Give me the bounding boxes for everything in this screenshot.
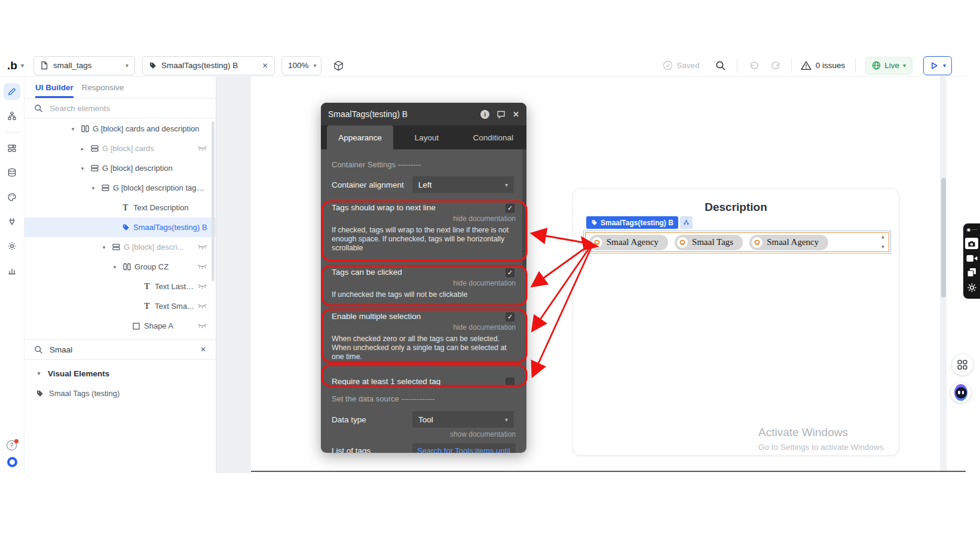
checkbox-enable-multiple-selection[interactable] bbox=[506, 312, 514, 321]
scroll-up-icon[interactable]: ▲ bbox=[881, 235, 886, 240]
container-alignment-dropdown[interactable]: Left ▾ bbox=[412, 176, 514, 193]
rail-styles[interactable] bbox=[4, 189, 20, 206]
text-icon: T bbox=[142, 302, 152, 311]
tag-pill-smaal-agency[interactable]: Smaal Agency bbox=[749, 235, 828, 250]
checkbox-tags-can-be-clicked[interactable] bbox=[506, 268, 514, 277]
rail-plugins[interactable] bbox=[4, 213, 20, 230]
tree-item-g-block-description-tags[interactable]: ▾G [block] description tags ... bbox=[24, 178, 216, 198]
recorder-logo[interactable]: ◉⋯ bbox=[967, 226, 977, 232]
scroll-down-icon[interactable]: ▼ bbox=[881, 245, 886, 250]
eye-closed-icon[interactable] bbox=[197, 263, 207, 270]
copy-button[interactable] bbox=[967, 268, 976, 277]
undo-icon[interactable] bbox=[748, 60, 758, 70]
community-icon[interactable] bbox=[7, 457, 17, 467]
eye-closed-icon[interactable] bbox=[197, 145, 207, 152]
watermark-line2: Go to Settings to activate Windows. bbox=[758, 443, 886, 452]
apps-grid-button[interactable] bbox=[952, 354, 973, 375]
caret-down-icon[interactable]: ▾ bbox=[111, 264, 119, 270]
eye-closed-icon[interactable] bbox=[197, 244, 207, 250]
hide-documentation-link[interactable]: hide documentation bbox=[332, 323, 516, 332]
clear-filter-icon[interactable]: ✕ bbox=[200, 345, 206, 354]
tree-item-smaaltags-testing-b[interactable]: SmaalTags(testing) B bbox=[24, 217, 216, 237]
panel-tab-layout[interactable]: Layout bbox=[393, 125, 460, 149]
hierarchy-button[interactable] bbox=[680, 216, 693, 229]
search-result-item[interactable]: Smaal Tags (testing) bbox=[24, 384, 216, 402]
redo-icon[interactable] bbox=[771, 60, 782, 70]
rail-design[interactable] bbox=[4, 83, 20, 100]
tag-pill-smaal-tags[interactable]: Smaal Tags bbox=[675, 235, 743, 250]
eye-closed-icon[interactable] bbox=[197, 303, 207, 309]
rail-logs[interactable] bbox=[4, 262, 20, 279]
search-icon bbox=[34, 104, 43, 113]
panel-tab-appearance[interactable]: Appearance bbox=[327, 125, 393, 149]
bubble-logo[interactable]: .b ▾ bbox=[7, 59, 24, 72]
help-button[interactable]: ? bbox=[7, 440, 17, 451]
recorder-settings-button[interactable] bbox=[967, 283, 977, 293]
close-icon[interactable]: ✕ bbox=[513, 110, 519, 119]
tree-item-label: Shape A bbox=[144, 321, 173, 330]
caret-down-icon[interactable]: ▾ bbox=[89, 185, 97, 191]
show-documentation-link[interactable]: show documentation bbox=[332, 430, 516, 438]
rail-workflow[interactable] bbox=[4, 108, 20, 124]
caret-down-icon[interactable]: ▾ bbox=[78, 165, 87, 171]
eye-closed-icon[interactable] bbox=[197, 323, 207, 329]
tree-item-label: Text Last ... bbox=[155, 282, 194, 291]
caret-down-icon[interactable]: ▾ bbox=[100, 244, 108, 250]
data-type-dropdown[interactable]: Tool ▾ bbox=[412, 411, 514, 428]
tree-item-shape-a[interactable]: Shape A bbox=[24, 316, 216, 336]
search-elements-input[interactable] bbox=[48, 103, 206, 114]
rail-data[interactable] bbox=[4, 164, 20, 181]
sidebar-scrollbar[interactable] bbox=[212, 121, 215, 281]
panel-scrollbar[interactable] bbox=[522, 149, 526, 269]
tab-ui-builder[interactable]: UI Builder bbox=[35, 76, 74, 98]
rail-components[interactable] bbox=[4, 140, 20, 157]
tab-responsive[interactable]: Responsive bbox=[82, 76, 124, 98]
tree-item-text-sma[interactable]: TText Sma... bbox=[24, 296, 216, 316]
tree-item-g-block-cards[interactable]: ▸G [block] cards bbox=[24, 139, 216, 158]
list-of-tags-expression[interactable]: Search for Tools:items until bbox=[412, 443, 516, 453]
rail-settings[interactable] bbox=[4, 238, 20, 254]
hide-documentation-link[interactable]: hide documentation bbox=[332, 279, 516, 287]
scrollbar-thumb[interactable] bbox=[941, 178, 946, 298]
section-visual-elements[interactable]: ▾ Visual Elements bbox=[24, 364, 216, 382]
property-editor-header[interactable]: SmaalTags(testing) B i ✕ bbox=[321, 103, 526, 125]
component-cube-icon[interactable] bbox=[333, 60, 344, 72]
tree-item-g-block-description[interactable]: ▾G [block] description bbox=[24, 158, 216, 178]
editor-scrollbar[interactable] bbox=[940, 76, 947, 471]
caret-down-icon[interactable]: ▾ bbox=[69, 126, 77, 132]
checkbox-require-at-least-1-selected-tag[interactable] bbox=[506, 378, 514, 387]
tree-item-label: G [block] description bbox=[102, 164, 173, 173]
checkbox-tags-should-wrap-to-next-line[interactable] bbox=[506, 204, 514, 213]
assistant-button[interactable] bbox=[951, 382, 971, 403]
comment-icon[interactable] bbox=[497, 110, 506, 119]
selected-element-chip[interactable]: SmaalTags(testing) B bbox=[586, 216, 678, 229]
filter-input[interactable] bbox=[48, 345, 195, 355]
tree-item-text-description[interactable]: TText Description bbox=[24, 198, 216, 217]
clear-element-icon[interactable]: ✕ bbox=[262, 62, 268, 70]
screenshot-button[interactable] bbox=[965, 238, 978, 249]
zoom-selector[interactable]: 100% ▾ bbox=[281, 56, 321, 75]
preview-button[interactable]: ▾ bbox=[923, 56, 952, 75]
tree-item-g-block-descri[interactable]: ▾G [block] descri... bbox=[24, 237, 216, 257]
cols-icon bbox=[122, 263, 131, 271]
search-icon bbox=[34, 345, 43, 354]
eye-closed-icon[interactable] bbox=[197, 283, 207, 290]
hide-documentation-link[interactable]: hide documentation bbox=[332, 214, 516, 223]
tag-pill-smaal-agency[interactable]: Smaal Agency bbox=[589, 235, 668, 250]
saved-label: Saved bbox=[676, 61, 699, 70]
tree-item-g-block-cards-and-description[interactable]: ▾G [block] cards and description bbox=[24, 119, 216, 139]
caret-right-icon[interactable]: ▸ bbox=[78, 146, 87, 152]
info-icon[interactable]: i bbox=[480, 110, 489, 119]
search-icon[interactable] bbox=[715, 60, 726, 71]
panel-tab-conditional[interactable]: Conditional bbox=[460, 125, 526, 149]
tree-item-label: G [block] cards bbox=[102, 144, 154, 153]
tree-item-group-cz[interactable]: ▾Group CZ bbox=[24, 257, 216, 277]
page-selector-label: small_tags bbox=[53, 61, 121, 70]
element-selector[interactable]: SmaalTags(testing) B ✕ bbox=[142, 56, 275, 75]
record-video-button[interactable] bbox=[966, 254, 978, 262]
section-container-settings: Container Settings --------- bbox=[332, 160, 516, 170]
tree-item-text-last[interactable]: TText Last ... bbox=[24, 277, 216, 296]
issues-indicator[interactable]: 0 issues bbox=[801, 60, 846, 70]
live-button[interactable]: Live ▾ bbox=[865, 57, 912, 75]
page-selector[interactable]: small_tags ▾ bbox=[33, 56, 135, 75]
